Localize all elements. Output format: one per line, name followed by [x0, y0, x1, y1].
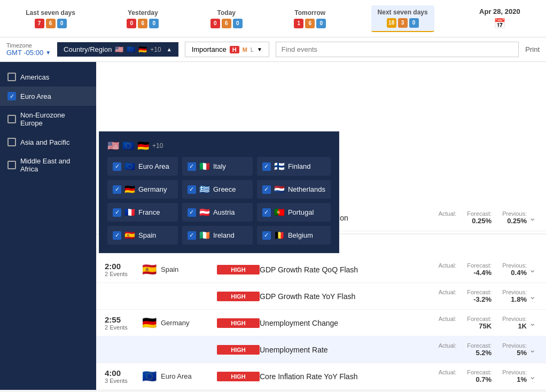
sidebar-item-asia[interactable]: Asia and Pacific	[0, 132, 96, 152]
country-cell-austria[interactable]: ✓ 🇦🇹 Austria	[182, 203, 253, 222]
actual-label-fed: Actual:	[439, 210, 457, 217]
sidebar-non-eurozone-label: Non-Eurozone Europe	[20, 111, 89, 127]
previous-fed: Previous: 0.25%	[502, 210, 527, 225]
netherlands-cb[interactable]: ✓	[262, 185, 271, 194]
importance-dropdown-arrow: ▼	[257, 46, 262, 52]
timezone-select[interactable]: Timezone GMT -05:00 ▼	[6, 42, 51, 57]
expand-fed[interactable]: ⌄	[527, 213, 537, 223]
actual-label-euro-inflation: Actual:	[439, 369, 457, 375]
country-cell-finland[interactable]: ✓ 🇫🇮 Finland	[257, 157, 331, 176]
flag-euro-area-event: 🇪🇺	[142, 370, 157, 383]
non-eurozone-checkbox[interactable]	[7, 115, 16, 123]
event-row-euro-core-inflation[interactable]: 4:00 3 Events 🇪🇺 Euro Area HIGH Core Inf…	[96, 363, 546, 390]
flag-us-small: 🇺🇸	[115, 45, 123, 53]
country-germany: 🇩🇪 Germany	[142, 316, 217, 330]
forecast-fed: Forecast: 0.25%	[467, 210, 492, 225]
belgium-cb[interactable]: ✓	[262, 231, 271, 240]
header-nav: Last seven days 7 6 0 Yesterday 0 6 0 To…	[0, 0, 546, 37]
previous-label-euro-inflation: Previous:	[502, 369, 527, 375]
italy-cb[interactable]: ✓	[188, 162, 196, 171]
finland-cb[interactable]: ✓	[262, 162, 271, 171]
timezone-value[interactable]: GMT -05:00 ▼	[6, 49, 51, 57]
badge-orange-4: 3	[398, 18, 408, 28]
stats-germany-ur: Actual: Forecast: 5.2% Previous: 5%	[439, 342, 527, 357]
badge-red-3: 1	[294, 19, 303, 28]
nav-yesterday[interactable]: Yesterday 0 6 0	[120, 6, 165, 32]
event-row-germany-unemp-rate[interactable]: HIGH Unemployment Rate Actual: Forecast:…	[96, 336, 546, 363]
event-row-spain-gdp-qoq[interactable]: 2:00 2 Events 🇪🇸 Spain HIGH GDP Growth R…	[96, 256, 546, 283]
sidebar-item-middle-east[interactable]: Middle East and Africa	[0, 152, 96, 178]
americas-checkbox[interactable]	[7, 73, 16, 81]
actual-label-germany-ur: Actual:	[439, 342, 457, 349]
germany-cb[interactable]: ✓	[113, 185, 121, 194]
expand-spain-qoq[interactable]: ⌄	[527, 264, 537, 275]
importance-h: H	[230, 46, 239, 53]
forecast-label-fed: Forecast:	[467, 210, 492, 217]
portugal-cb[interactable]: ✓	[262, 208, 271, 217]
country-cell-belgium[interactable]: ✓ 🇧🇪 Belgium	[257, 226, 331, 245]
france-cb[interactable]: ✓	[113, 208, 121, 217]
badge-active: 18	[387, 18, 396, 28]
forecast-germany-ur: Forecast: 5.2%	[467, 342, 492, 357]
event-row-germany-unemp-change[interactable]: 2:55 2 Events 🇩🇪 Germany HIGH Unemployme…	[96, 310, 546, 336]
actual-euro-inflation: Actual:	[439, 369, 457, 375]
nav-next-seven[interactable]: Next seven days 18 3 0	[371, 5, 434, 32]
middle-east-checkbox[interactable]	[7, 161, 16, 169]
greece-cb[interactable]: ✓	[188, 185, 196, 194]
importance-m: M	[243, 46, 247, 53]
event-row-spain-gdp-yoy[interactable]: HIGH GDP Growth Rate YoY Flash Actual: F…	[96, 283, 546, 310]
euro-area-checkbox[interactable]: ✓	[7, 92, 16, 100]
stats-spain-gdp-yoy: Actual: Forecast: -3.2% Previous: 1.8%	[439, 289, 527, 303]
sidebar-item-non-eurozone[interactable]: Non-Eurozone Europe	[0, 106, 96, 132]
euro-area-cb[interactable]: ✓	[113, 162, 121, 171]
asia-checkbox[interactable]	[7, 138, 16, 146]
sidebar-item-americas[interactable]: Americas	[0, 67, 96, 87]
country-euro-area-event: 🇪🇺 Euro Area	[142, 370, 217, 383]
sidebar-item-euro-area[interactable]: ✓ Euro Area	[0, 87, 96, 106]
search-input[interactable]	[276, 42, 519, 57]
nav-today[interactable]: Today 0 6 0	[204, 6, 249, 32]
nav-yesterday-label: Yesterday	[127, 9, 159, 17]
expand-euro-inflation[interactable]: ⌄	[527, 371, 537, 381]
country-cell-germany[interactable]: ✓ 🇩🇪 Germany	[107, 180, 178, 199]
nav-date-picker[interactable]: Apr 28, 2020 📅	[473, 4, 527, 33]
nav-next-seven-label: Next seven days	[378, 9, 428, 16]
country-region-button[interactable]: Country/Region 🇺🇸 🇪🇺 🇩🇪 +10 ▲	[57, 42, 178, 57]
country-cell-netherlands[interactable]: ✓ 🇳🇱 Netherlands	[257, 180, 331, 199]
badge-blue-0: 0	[57, 19, 67, 28]
previous-germany-ur: Previous: 5%	[502, 342, 527, 357]
stats-fed: Actual: Forecast: 0.25% Previous: 0.25%	[439, 210, 527, 225]
forecast-spain-yoy: Forecast: -3.2%	[467, 289, 492, 303]
actual-germany-ur: Actual:	[439, 342, 457, 349]
time-group-400: 4:00 3 Events 🇪🇺 Euro Area HIGH Core Inf…	[96, 363, 546, 390]
country-cell-italy[interactable]: ✓ 🇮🇹 Italy	[182, 157, 253, 176]
spain-cb[interactable]: ✓	[113, 231, 121, 240]
forecast-label-euro-inflation: Forecast:	[467, 369, 492, 375]
importance-germany-uc: HIGH	[217, 318, 260, 328]
nav-last-seven[interactable]: Last seven days 7 6 0	[19, 6, 82, 32]
expand-germany-ur[interactable]: ⌄	[527, 344, 537, 355]
ireland-cb[interactable]: ✓	[188, 231, 196, 240]
country-cell-spain[interactable]: ✓ 🇪🇸 Spain	[107, 226, 178, 245]
country-name-italy: Italy	[213, 162, 226, 170]
importance-spain-gdp-yoy: HIGH	[217, 292, 260, 301]
expand-germany-uc[interactable]: ⌄	[527, 318, 537, 328]
previous-val-fed: 0.25%	[502, 217, 527, 225]
badge-red-1: 0	[127, 19, 136, 28]
austria-cb[interactable]: ✓	[188, 208, 196, 217]
country-cell-ireland[interactable]: ✓ 🇮🇪 Ireland	[182, 226, 253, 245]
country-cell-greece[interactable]: ✓ 🇬🇷 Greece	[182, 180, 253, 199]
flag-france: 🇫🇷	[124, 207, 135, 217]
dropdown-plus-count: +10	[152, 142, 163, 150]
expand-spain-yoy[interactable]: ⌄	[527, 291, 537, 301]
print-button[interactable]: Print	[525, 45, 540, 53]
country-cell-euro-area[interactable]: ✓ 🇪🇺 Euro Area	[107, 157, 178, 176]
country-cell-france[interactable]: ✓ 🇫🇷 France	[107, 203, 178, 222]
actual-germany-uc: Actual:	[439, 316, 457, 322]
importance-button[interactable]: Importance H M L ▼	[185, 42, 269, 57]
nav-tomorrow[interactable]: Tomorrow 1 6 0	[287, 6, 332, 32]
country-cell-portugal[interactable]: ✓ 🇵🇹 Portugal	[257, 203, 331, 222]
badge-red-2: 0	[210, 19, 220, 28]
dropdown-flag-us: 🇺🇸	[107, 140, 119, 152]
high-badge-euro-inflation: HIGH	[217, 372, 260, 381]
